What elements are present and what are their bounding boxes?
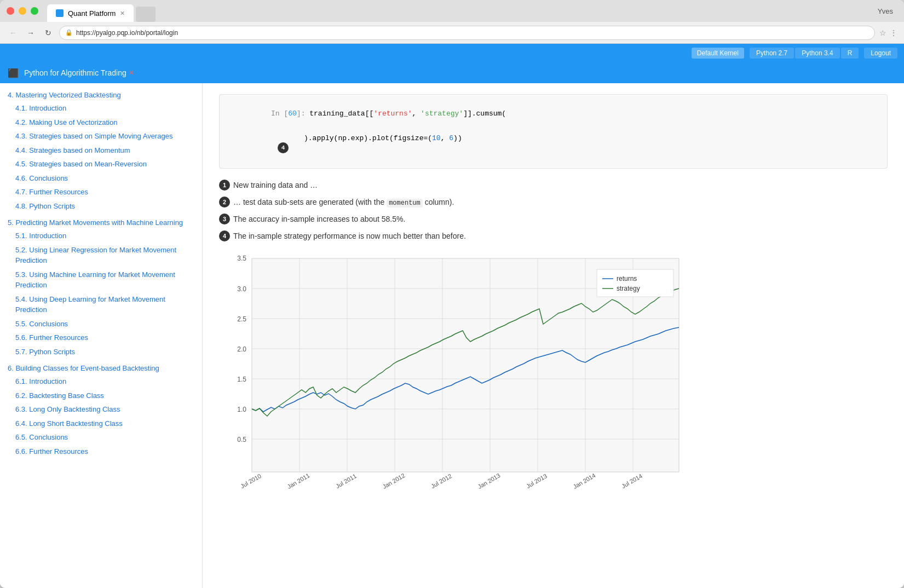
sidebar-item-55[interactable]: 5.5. Conclusions [0,317,202,331]
annotation-text-1: New training data and … [233,180,318,191]
svg-text:3.0: 3.0 [237,285,246,293]
sidebar-section-4[interactable]: 4. Mastering Vectorized Backtesting [0,89,202,101]
svg-text:Jul 2011: Jul 2011 [335,472,358,489]
minimize-button[interactable] [19,7,26,15]
sidebar-item-48[interactable]: 4.8. Python Scripts [0,199,202,214]
code-line-1: In [60]: training_data[['returns', 'stra… [228,101,878,126]
sidebar-link-55[interactable]: 5.5. Conclusions [15,320,68,328]
sidebar-link-53[interactable]: 5.3. Using Machine Learning for Market M… [15,270,175,290]
sidebar-item-45[interactable]: 4.5. Strategies based on Mean-Reversion [0,157,202,171]
sidebar-item-43[interactable]: 4.3. Strategies based on Simple Moving A… [0,129,202,143]
annotation-item-2: 2 … test data sub-sets are generated (wi… [219,197,888,208]
logout-button[interactable]: Logout [864,48,897,59]
sidebar-link-61[interactable]: 6.1. Introduction [15,377,66,385]
code-prompt: In [60]: [271,109,309,118]
sidebar-item-52[interactable]: 5.2. Using Linear Regression for Market … [0,243,202,268]
sidebar-item-41[interactable]: 4.1. Introduction [0,101,202,116]
svg-text:0.5: 0.5 [237,436,246,443]
traffic-lights [7,7,38,15]
sidebar-link-66[interactable]: 6.6. Further Resources [15,447,88,456]
annotation-num-3: 3 [219,214,230,224]
url-bar[interactable]: 🔒 https://pyalgo.pqp.io/nb/portal/login [59,26,875,40]
sidebar-section-5[interactable]: 5. Predicting Market Movements with Mach… [0,216,202,229]
sidebar-item-66[interactable]: 6.6. Further Resources [0,445,202,459]
annotation-num-4: 4 [219,230,230,241]
sidebar-link-63[interactable]: 6.3. Long Only Backtesting Class [15,405,120,413]
sidebar-link-62[interactable]: 6.2. Backtesting Base Class [15,391,104,400]
main-content: 4. Mastering Vectorized Backtesting 4.1.… [0,83,904,588]
sidebar-link-48[interactable]: 4.8. Python Scripts [15,202,75,210]
lock-icon: 🔒 [65,29,73,36]
browser-tab[interactable]: Quant Platform ✕ [47,4,134,22]
sidebar-link-4[interactable]: 4. Mastering Vectorized Backtesting [8,91,121,99]
svg-text:Jan 2014: Jan 2014 [572,472,596,490]
default-kernel-label: Default Kernel [692,48,744,59]
maximize-button[interactable] [31,7,38,15]
sidebar-item-47[interactable]: 4.7. Further Resources [0,185,202,199]
sidebar-link-54[interactable]: 5.4. Using Deep Learning for Market Move… [15,295,165,314]
sidebar-item-62[interactable]: 6.2. Backtesting Base Class [0,389,202,403]
tab-title: Quant Platform [68,9,116,18]
back-button[interactable]: ← [7,26,20,39]
svg-text:1.5: 1.5 [237,376,246,383]
python27-button[interactable]: Python 2.7 [750,48,794,59]
menu-icon[interactable]: ⋮ [890,28,897,37]
sidebar-link-43[interactable]: 4.3. Strategies based on Simple Moving A… [15,132,172,140]
annotation-item-3: 3 The accuracy in-sample increases to ab… [219,214,888,225]
sidebar-link-42[interactable]: 4.2. Making Use of Vectorization [15,118,117,126]
svg-text:Jan 2012: Jan 2012 [381,472,406,490]
sidebar-link-57[interactable]: 5.7. Python Scripts [15,348,75,356]
close-button[interactable] [7,7,14,15]
sidebar-item-63[interactable]: 6.3. Long Only Backtesting Class [0,402,202,417]
sidebar-item-65[interactable]: 6.5. Conclusions [0,430,202,445]
svg-text:Jan 2013: Jan 2013 [476,472,501,490]
sidebar-section-6[interactable]: 6. Building Classes for Event-based Back… [0,362,202,374]
code-annotation-4: 4 [278,142,289,153]
tab-close-icon[interactable]: ✕ [120,10,125,17]
sidebar-item-42[interactable]: 4.2. Making Use of Vectorization [0,116,202,130]
sidebar-item-46[interactable]: 4.6. Conclusions [0,171,202,186]
user-name: Yves [878,7,897,15]
legend-strategy-label: strategy [617,285,640,292]
svg-text:2.0: 2.0 [237,345,246,353]
bookmark-icon[interactable]: ☆ [879,28,886,37]
sidebar-item-56[interactable]: 5.6. Further Resources [0,331,202,345]
sidebar-item-44[interactable]: 4.4. Strategies based on Momentum [0,143,202,158]
python34-button[interactable]: Python 3.4 [795,48,839,59]
chart-container: 3.5 3.0 2.5 2.0 1.5 1.0 0.5 Jul 2010 Jan… [219,253,888,505]
annotation-text-4: The in-sample strategy performance is no… [233,230,466,242]
sidebar-item-61[interactable]: 6.1. Introduction [0,374,202,389]
sidebar-link-51[interactable]: 5.1. Introduction [15,232,66,240]
svg-text:Jul 2014: Jul 2014 [620,472,643,489]
refresh-button[interactable]: ↻ [42,26,55,39]
svg-text:Jan 2011: Jan 2011 [286,472,310,490]
annotation-item-1: 1 New training data and … [219,180,888,191]
sidebar-item-54[interactable]: 5.4. Using Deep Learning for Market Move… [0,292,202,317]
sidebar-link-5[interactable]: 5. Predicting Market Movements with Mach… [8,218,183,227]
sidebar-item-51[interactable]: 5.1. Introduction [0,229,202,243]
sidebar-link-45[interactable]: 4.5. Strategies based on Mean-Reversion [15,160,147,168]
svg-text:1.0: 1.0 [237,406,246,413]
forward-button[interactable]: → [24,26,37,39]
notebook-icon: ⬛ [8,68,19,78]
sidebar-link-64[interactable]: 6.4. Long Short Backtesting Class [15,419,123,428]
notebook-title: Python for Algorithmic Trading [24,68,126,77]
sidebar-link-41[interactable]: 4.1. Introduction [15,104,66,112]
sidebar-link-47[interactable]: 4.7. Further Resources [15,188,88,196]
r-button[interactable]: R [841,48,859,59]
sidebar-link-56[interactable]: 5.6. Further Resources [15,333,88,342]
svg-rect-35 [597,269,673,297]
address-bar-icons: ☆ ⋮ [879,28,897,37]
addressbar: ← → ↻ 🔒 https://pyalgo.pqp.io/nb/portal/… [0,22,904,44]
svg-text:Jul 2012: Jul 2012 [430,472,453,489]
sidebar-item-64[interactable]: 6.4. Long Short Backtesting Class [0,417,202,431]
sidebar-link-65[interactable]: 6.5. Conclusions [15,433,68,441]
new-tab-button[interactable] [136,7,156,22]
sidebar-item-57[interactable]: 5.7. Python Scripts [0,345,202,359]
sidebar-link-6[interactable]: 6. Building Classes for Event-based Back… [8,364,159,372]
notebook-close-icon[interactable]: ✕ [129,69,134,77]
sidebar-link-44[interactable]: 4.4. Strategies based on Momentum [15,146,130,154]
sidebar-link-52[interactable]: 5.2. Using Linear Regression for Market … [15,246,176,265]
sidebar-link-46[interactable]: 4.6. Conclusions [15,174,68,182]
sidebar-item-53[interactable]: 5.3. Using Machine Learning for Market M… [0,268,202,292]
